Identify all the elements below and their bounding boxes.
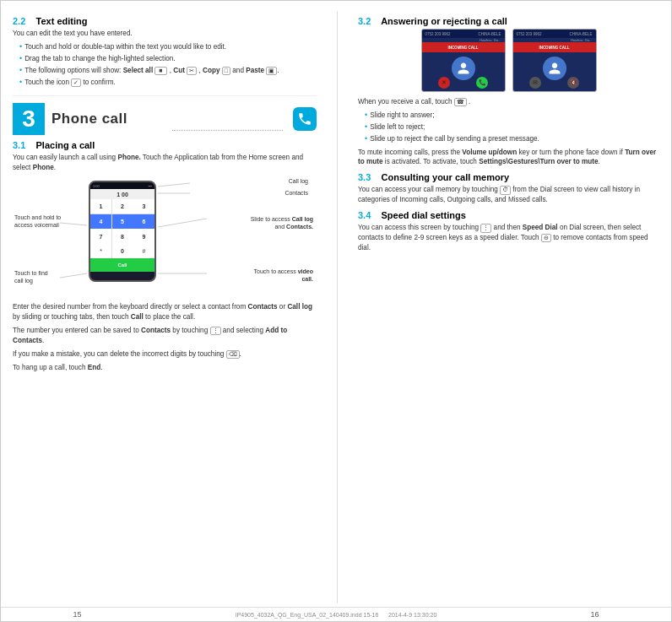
slide-label: Slide to access Call logand Contacts.: [251, 216, 313, 230]
section-3-3-text: You can access your call memory by touch…: [358, 185, 659, 205]
svg-line-3: [60, 223, 87, 225]
dotted-line: [172, 130, 283, 131]
menu-dots-icon-2: ⋮: [480, 224, 491, 232]
right-column: 3.2 Answering or rejecting a call 0752 2…: [358, 11, 659, 603]
bullet-item: • Drag the tab to change the high-lighte…: [19, 54, 317, 64]
ss1-top-bar: 0752 203 9962 CHINA-BELE: [422, 30, 505, 38]
section-2-2: 2.2 Text editing You can edit the text y…: [13, 16, 317, 87]
key-star: *: [90, 244, 111, 258]
footer-right-page: 16: [530, 610, 659, 619]
call-button[interactable]: Call: [90, 258, 154, 272]
voicemail-label: Touch and hold toaccess voicemail: [14, 214, 61, 228]
key-7: 7: [90, 229, 111, 243]
section-3-2-mute: To mute incoming calls, press the Volume…: [358, 148, 659, 168]
ss2-carrier: CHINA-BELE: [569, 32, 592, 36]
videocall-label: Touch to access videocall.: [254, 268, 313, 282]
page-container: 2.2 Text editing You can edit the text y…: [0, 0, 672, 622]
section-3-2-intro: When you receive a call, touch ☎ .: [358, 97, 659, 107]
ss1-number: 0752 203 9962: [425, 32, 451, 36]
left-page-number: 15: [73, 610, 82, 619]
ss1-actions: ✕ 📞: [422, 77, 505, 89]
section-2-2-number: 2.2: [13, 16, 25, 26]
footer-left-page: 15: [13, 610, 142, 619]
section-2-2-title: Text editing: [36, 16, 88, 26]
page-divider: [337, 11, 338, 603]
bullet-item: • The following options will show: Selec…: [19, 66, 317, 76]
ss1-carrier: CHINA-BELE: [478, 32, 501, 36]
content-area: 2.2 Text editing You can edit the text y…: [1, 1, 671, 607]
section-3-4: 3.4 Speed dial settings You can access t…: [358, 210, 659, 253]
chapter-number: 3: [13, 103, 45, 135]
bullet-text: Slide right to answer;: [370, 111, 434, 121]
status-icons: ▪▪▪: [149, 184, 152, 188]
svg-line-4: [60, 273, 87, 278]
phone-diagram-wrapper: 1:00 ▪▪▪ 1 00 1 2 3 4 5: [13, 176, 317, 299]
svg-line-2: [158, 219, 207, 227]
bullet-text: Touch the icon ✓ to confirm.: [24, 78, 116, 88]
key-hash: #: [133, 244, 154, 258]
section-3-4-text: You can access this screen by touching ⋮…: [358, 223, 659, 253]
calllog-find-label: Touch to findcall log: [14, 270, 48, 284]
ss1-answer-btn[interactable]: 📞: [476, 77, 488, 89]
section-3-1: 3.1 Placing a call You can easily launch…: [13, 140, 317, 372]
footer-file-info: IP4905_4032A_QG_Eng_USA_02_140409.indd 1…: [142, 612, 530, 618]
section-3-2-heading: 3.2 Answering or rejecting a call: [358, 16, 659, 26]
section-3-3: 3.3 Consulting your call memory You can …: [358, 172, 659, 205]
chapter-title: Phone call: [51, 111, 162, 127]
bullet-text: Slide up to reject the call by sending a…: [370, 134, 539, 144]
placing-call-para-3: If you make a mistake, you can delete th…: [13, 349, 317, 360]
dialer-display: 1 00: [90, 189, 154, 199]
bullet-dot: •: [19, 66, 22, 76]
section-3-3-title: Consulting your call memory: [382, 172, 510, 182]
contacts-label: Contacts: [285, 190, 308, 196]
ss1-reject-btn[interactable]: ✕: [438, 77, 450, 89]
bullet-text: The following options will show: Select …: [24, 66, 279, 76]
call-screenshots: 0752 203 9962 CHINA-BELE Huizhou, Gu... …: [358, 29, 659, 92]
keypad-grid: 1 2 3 4 5 6 7 8 9 * 0 #: [90, 199, 154, 258]
key-5: 5: [112, 214, 133, 229]
key-9: 9: [133, 229, 154, 243]
bullet-dot: •: [19, 78, 22, 88]
phone-status-bar: 1:00 ▪▪▪: [90, 182, 154, 189]
key-8: 8: [112, 229, 133, 243]
section-3-3-number: 3.3: [358, 172, 371, 182]
placing-call-para-4: To hang up a call, touch End.: [13, 363, 317, 373]
bullet-text: Touch and hold or double-tap within the …: [24, 42, 226, 52]
history-icon: ⏱: [500, 186, 511, 194]
bullet-item: • Touch and hold or double-tap within th…: [19, 42, 317, 52]
section-3-1-heading: 3.1 Placing a call: [13, 140, 317, 150]
paste-icon: ▣: [266, 67, 277, 75]
section-3-2-bullets: • Slide right to answer; • Slide left to…: [365, 111, 659, 144]
remove-icon: ⊖: [541, 234, 551, 242]
key-3: 3: [133, 199, 154, 214]
section-3-1-title: Placing a call: [36, 140, 95, 150]
status-time: 1:00: [93, 184, 100, 188]
bullet-dot: •: [365, 134, 367, 144]
bullet-text: Drag the tab to change the high-lighted …: [24, 54, 175, 64]
chapter-3-heading: 3 Phone call: [13, 95, 317, 135]
bullet-item: • Slide left to reject;: [365, 122, 659, 133]
footer: 15 IP4905_4032A_QG_Eng_USA_02_140409.ind…: [1, 607, 671, 621]
bullet-dot: •: [19, 42, 22, 52]
videocall-annotation: Touch to access videocall.: [254, 268, 313, 283]
placing-call-para-1: Enter the desired number from the keyboa…: [13, 302, 317, 322]
footer-filename: IP4905_4032A_QG_Eng_USA_02_140409.indd 1…: [236, 612, 379, 618]
ss2-actions: ✉ 🔇: [513, 77, 596, 89]
section-3-3-heading: 3.3 Consulting your call memory: [358, 172, 659, 182]
ss2-msg-btn[interactable]: ✉: [529, 77, 541, 89]
bullet-dot: •: [365, 122, 367, 133]
person-icon: [457, 62, 470, 75]
bullet-item: • Slide right to answer;: [365, 111, 659, 121]
bullet-text: Slide left to reject;: [370, 122, 425, 133]
section-2-2-intro: You can edit the text you have entered.: [13, 29, 317, 39]
ss2-number: 0752 203 9962: [517, 32, 542, 36]
ss2-mute-btn[interactable]: 🔇: [567, 77, 579, 89]
footer-date: 2014-4-9 13:30:20: [388, 612, 436, 618]
person-icon-2: [548, 62, 561, 75]
cut-icon: ✂: [187, 67, 197, 75]
bullet-dot: •: [19, 54, 22, 64]
bullet-item: • Touch the icon ✓ to confirm.: [19, 78, 317, 88]
section-2-2-heading: 2.2 Text editing: [13, 16, 317, 26]
copy-icon: □: [222, 67, 230, 75]
dialer-number: 1 00: [117, 192, 128, 197]
